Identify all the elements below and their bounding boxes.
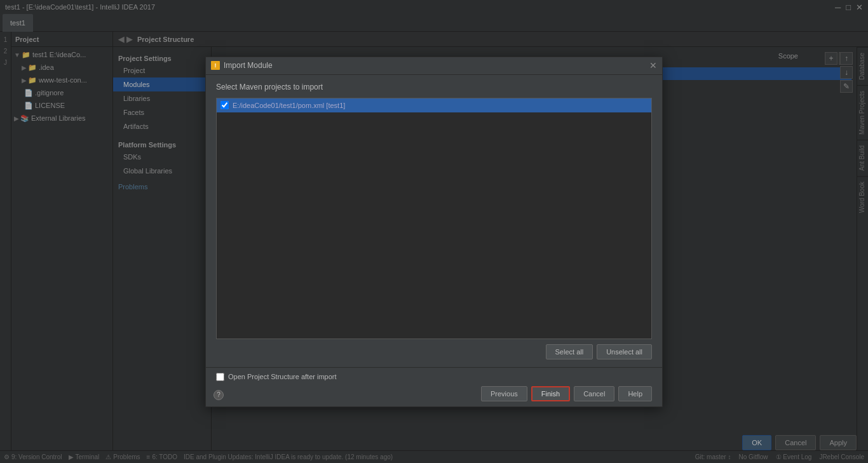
dialog-action-buttons: Previous Finish Cancel Help bbox=[216, 386, 652, 401]
dialog-body: Select Maven projects to import E:/ideaC… bbox=[206, 75, 662, 367]
open-project-structure-row: Open Project Structure after import bbox=[216, 373, 652, 381]
dialog-title: Import Module bbox=[224, 61, 273, 70]
dialog-select-buttons: Select all Unselect all bbox=[216, 344, 652, 359]
dialog-icon: ! bbox=[211, 61, 220, 70]
import-module-dialog: ! Import Module ✕ Select Maven projects … bbox=[205, 57, 663, 407]
dialog-help-icon-area: ? bbox=[214, 390, 224, 400]
help-button[interactable]: Help bbox=[618, 386, 652, 401]
context-help-button[interactable]: ? bbox=[214, 390, 224, 400]
maven-list-item[interactable]: E:/ideaCode01/test1/pom.xml [test1] bbox=[217, 98, 651, 112]
dialog-close-button[interactable]: ✕ bbox=[649, 60, 657, 70]
maven-item-checkbox[interactable] bbox=[220, 101, 229, 109]
dialog-bottom: Open Project Structure after import Prev… bbox=[206, 367, 662, 406]
unselect-all-button[interactable]: Unselect all bbox=[597, 344, 652, 359]
open-project-structure-checkbox[interactable] bbox=[216, 373, 224, 381]
maven-item-label: E:/ideaCode01/test1/pom.xml [test1] bbox=[233, 102, 345, 109]
modal-overlay: ! Import Module ✕ Select Maven projects … bbox=[0, 0, 868, 463]
finish-button[interactable]: Finish bbox=[531, 386, 570, 401]
maven-projects-list: E:/ideaCode01/test1/pom.xml [test1] bbox=[216, 98, 652, 339]
dialog-subtitle: Select Maven projects to import bbox=[216, 83, 652, 91]
cancel-dialog-button[interactable]: Cancel bbox=[574, 386, 614, 401]
open-project-structure-label: Open Project Structure after import bbox=[228, 373, 337, 380]
previous-button[interactable]: Previous bbox=[481, 386, 527, 401]
dialog-title-bar: ! Import Module ✕ bbox=[206, 57, 662, 75]
dialog-title-left: ! Import Module bbox=[211, 61, 273, 70]
select-all-button[interactable]: Select all bbox=[546, 344, 593, 359]
